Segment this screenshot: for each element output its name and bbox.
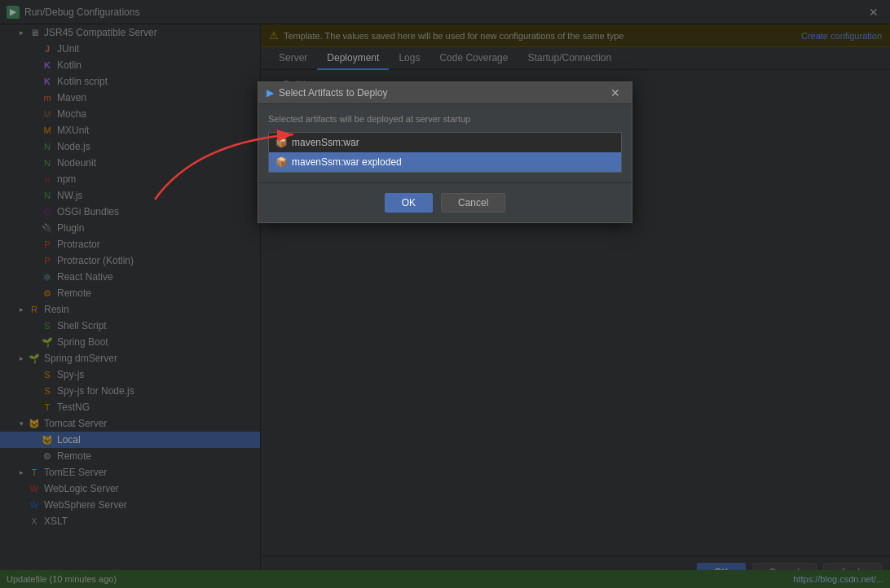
dialog-subtitle: Selected artifacts will be deployed at s… <box>268 114 622 124</box>
dialog-ok-button[interactable]: OK <box>385 193 433 213</box>
artifact-war-icon: 📦 <box>275 137 287 148</box>
artifact-list: 📦 mavenSsm:war 📦 mavenSsm:war exploded <box>268 132 622 173</box>
dialog-title-bar: ▶ Select Artifacts to Deploy ✕ <box>258 82 632 104</box>
dialog-title-icon: ▶ <box>267 87 274 99</box>
dialog-overlay: ▶ Select Artifacts to Deploy ✕ Selected … <box>0 0 890 588</box>
dialog-title-text: Select Artifacts to Deploy <box>279 87 387 99</box>
artifact-item-war-exploded[interactable]: 📦 mavenSsm:war exploded <box>269 152 621 172</box>
dialog-cancel-button[interactable]: Cancel <box>441 193 505 213</box>
dialog-body: Selected artifacts will be deployed at s… <box>258 104 632 182</box>
select-artifacts-dialog: ▶ Select Artifacts to Deploy ✕ Selected … <box>258 81 632 223</box>
artifact-exploded-icon: 📦 <box>275 156 287 168</box>
dialog-buttons: OK Cancel <box>258 182 632 222</box>
artifact-war-label: mavenSsm:war <box>292 137 359 148</box>
dialog-title: ▶ Select Artifacts to Deploy <box>267 87 387 99</box>
dialog-close-button[interactable]: ✕ <box>607 87 623 99</box>
artifact-exploded-label: mavenSsm:war exploded <box>292 156 402 168</box>
artifact-item-war[interactable]: 📦 mavenSsm:war <box>269 133 621 152</box>
